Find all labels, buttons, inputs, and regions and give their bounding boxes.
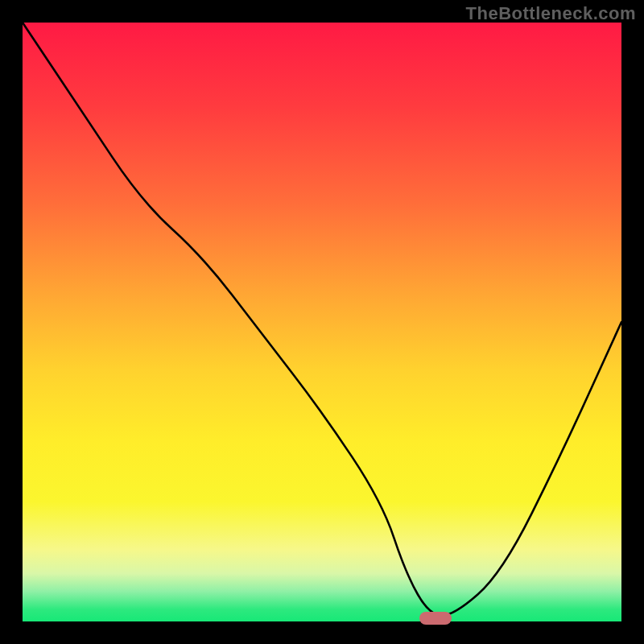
curve-path: [23, 23, 621, 616]
watermark-text: TheBottleneck.com: [466, 3, 636, 24]
optimum-marker: [419, 612, 452, 625]
bottleneck-curve: [23, 23, 621, 621]
plot-area: [23, 23, 621, 621]
chart-frame: TheBottleneck.com: [0, 0, 644, 644]
